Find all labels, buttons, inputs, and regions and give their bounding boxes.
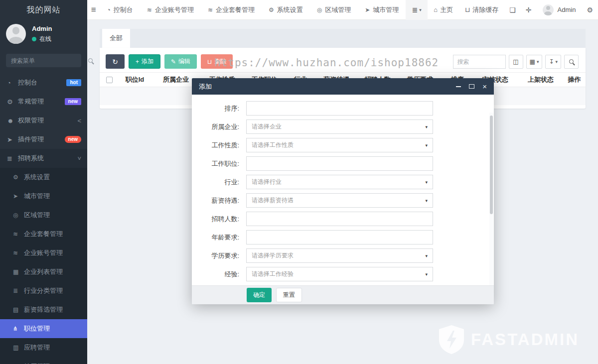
app-root: 我的网站 Admin 在线 ◔ 控制台 hot	[0, 0, 598, 364]
field-label: 工作职位:	[192, 159, 239, 168]
reset-button[interactable]: 重置	[276, 288, 302, 302]
select-field[interactable]: 请选择工作经验 ▾	[246, 267, 433, 281]
sidebar-item[interactable]: ◔ 控制台 hot	[0, 73, 87, 92]
column-header[interactable]: 上架状态	[518, 75, 563, 84]
sidebar-search-input[interactable]	[11, 57, 88, 64]
settings-gear-icon[interactable]: ⚙	[587, 6, 593, 14]
field-label: 工作性质:	[192, 141, 239, 150]
menu-icon[interactable]: ≡	[87, 5, 100, 15]
topbar-tab[interactable]: ⚙ 系统设置	[269, 5, 303, 14]
badge: new	[65, 136, 81, 143]
compass-icon: ◎	[317, 6, 322, 13]
caret-down-icon: ▾	[537, 59, 539, 64]
sidebar-item[interactable]: ➤ 插件管理 new	[0, 130, 87, 149]
sidebar-subitem[interactable]: ≋ 企业套餐管理	[0, 225, 87, 243]
home-button[interactable]: ⌂ 主页	[434, 5, 453, 14]
dialog-body: 排序: 所属企业: 请选择企业 ▾ 工作性质:	[192, 95, 494, 285]
sidebar-subitem[interactable]: ⋔ 职位管理	[0, 319, 87, 338]
caret-down-icon: ▾	[425, 272, 428, 277]
refresh-button[interactable]: ↻	[106, 54, 125, 69]
clear-cache-button[interactable]: ⊔ 清除缓存	[465, 5, 498, 14]
form-row: 工作职位:	[192, 154, 494, 173]
avatar[interactable]	[6, 24, 26, 44]
sidebar-search	[6, 54, 81, 67]
tab-all[interactable]: 全部	[102, 29, 130, 48]
field-label: 招聘人数:	[192, 215, 239, 224]
user-name: Admin	[32, 25, 52, 32]
list-icon: ≣	[412, 6, 418, 14]
online-dot-icon	[32, 37, 36, 41]
cogs-icon: ⚙	[7, 98, 18, 106]
text-field[interactable]	[246, 212, 433, 226]
topbar-tab[interactable]: ≋ 企业账号管理	[147, 5, 194, 14]
user-menu[interactable]: Admin	[543, 4, 576, 15]
sidebar-subitem[interactable]: ▦ 企业列表管理	[0, 262, 87, 281]
field-label: 学历要求:	[192, 251, 239, 260]
list-icon: ≣	[13, 287, 24, 294]
user-status: 在线	[32, 35, 52, 43]
export-button[interactable]: ↧▾	[545, 55, 561, 69]
column-header[interactable]: 职位Id	[119, 75, 151, 84]
fullscreen-icon[interactable]: ✛	[526, 6, 532, 14]
add-button[interactable]: + 添加	[129, 54, 160, 69]
text-field[interactable]	[246, 230, 433, 244]
sidebar-subitem[interactable]: ≋ 企业账号管理	[0, 243, 87, 262]
topbar-tabs: ◔ 控制台 ≋ 企业账号管理 ≋ 企业套餐管理 ⚙ 系统设置	[100, 5, 406, 14]
select-field[interactable]: 请选择企业 ▾	[246, 120, 433, 134]
topbar-tab[interactable]: ◔ 控制台	[107, 5, 133, 14]
select-field[interactable]: 请选择薪资待遇 ▾	[246, 193, 433, 208]
maximize-button[interactable]	[469, 84, 474, 89]
plane-icon: ➤	[365, 6, 370, 13]
sidebar-menu: ◔ 控制台 hot ⚙ 常规管理 new ☻ 权限管理 ˂	[0, 73, 87, 168]
search-button[interactable]	[564, 55, 579, 69]
sidebar-item[interactable]: ≣ 招聘系统 ˅	[0, 149, 87, 168]
pencil-icon: ✎	[171, 58, 176, 65]
copy-page-icon[interactable]: ❏	[509, 6, 516, 14]
plus-icon: +	[136, 58, 139, 65]
close-icon[interactable]: ×	[482, 83, 487, 90]
badge: new	[65, 98, 81, 105]
select-field[interactable]: 请选择工作性质 ▾	[246, 138, 433, 152]
minimize-button[interactable]	[456, 86, 461, 87]
sidebar-item[interactable]: ⚙ 常规管理 new	[0, 92, 87, 111]
sitemap-icon: ⋔	[13, 325, 24, 332]
sidebar-subitem[interactable]: ≣ 行业分类管理	[0, 281, 87, 300]
topbar-tab[interactable]: ≋ 企业套餐管理	[208, 5, 255, 14]
select-all-checkbox[interactable]	[106, 77, 113, 83]
field-label: 经验:	[192, 270, 239, 279]
topbar-tab[interactable]: ➤ 城市管理	[365, 5, 399, 14]
sidebar-subitem[interactable]: ⚙ 系统设置	[0, 168, 87, 187]
site-title: 我的网站	[0, 0, 87, 20]
columns-button[interactable]: ▦▾	[526, 55, 543, 69]
avatar	[543, 4, 554, 15]
text-field[interactable]	[246, 156, 433, 171]
table-search-input[interactable]	[453, 55, 506, 69]
scrollbar-thumb[interactable]	[490, 116, 493, 214]
tab-list-dropdown-button[interactable]: ≣ ▾	[406, 0, 428, 20]
topbar-tab[interactable]: ◎ 区域管理	[317, 5, 351, 14]
text-field[interactable]	[246, 101, 433, 116]
select-field[interactable]: 请选择学历要求 ▾	[246, 248, 433, 263]
column-header[interactable]: 操作	[563, 75, 586, 84]
dashboard-icon: ◔	[7, 79, 18, 87]
sidebar-item[interactable]: ☻ 权限管理 ˂	[0, 111, 87, 130]
cogs-icon: ⚙	[269, 6, 274, 13]
sidebar-subitem[interactable]: ☻ 简历管理	[0, 357, 87, 364]
search-icon[interactable]	[88, 58, 93, 63]
field-label: 年龄要求:	[192, 233, 239, 242]
toggle-panel-button[interactable]: ◫	[509, 55, 523, 69]
select-field[interactable]: 请选择行业 ▾	[246, 175, 433, 189]
sidebar-subitem[interactable]: ◎ 区域管理	[0, 206, 87, 225]
topbar: ≡ ◔ 控制台 ≋ 企业账号管理 ≋ 企业套餐管理 ⚙	[87, 0, 598, 20]
caret-down-icon: ▾	[425, 124, 428, 129]
edit-button[interactable]: ✎ 编辑	[164, 54, 197, 69]
sidebar-subitem[interactable]: ▤ 薪资筛选管理	[0, 300, 87, 319]
field-label: 行业:	[192, 178, 239, 187]
dialog-titlebar[interactable]: 添加 ×	[192, 78, 494, 95]
user-status-label: 在线	[39, 35, 51, 43]
search-icon	[569, 59, 574, 64]
sidebar-subitem[interactable]: ➤ 城市管理	[0, 187, 87, 206]
sidebar-subitem[interactable]: ▥ 应聘管理	[0, 338, 87, 357]
confirm-button[interactable]: 确定	[247, 288, 272, 302]
dialog-scrollbar	[489, 113, 493, 285]
